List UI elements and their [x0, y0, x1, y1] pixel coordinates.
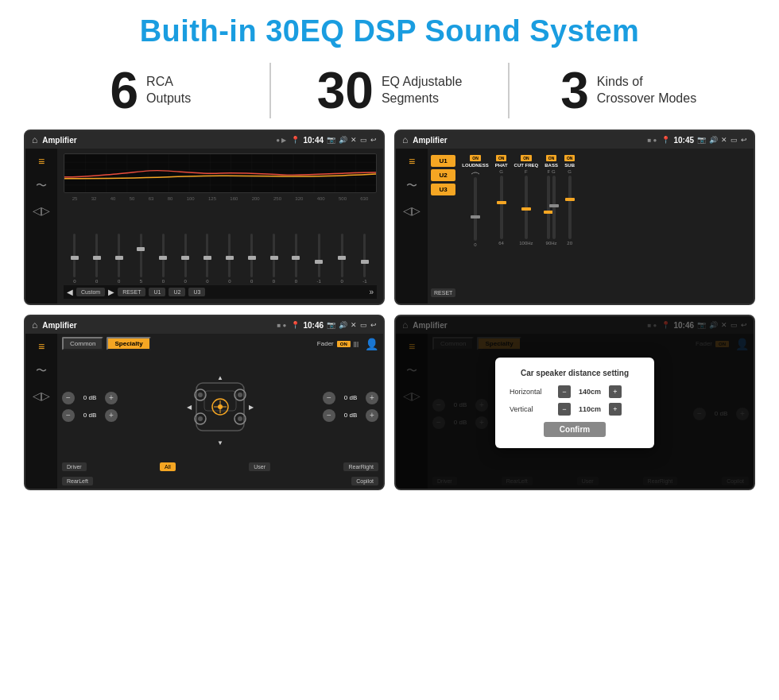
- bass-on[interactable]: ON: [546, 155, 557, 161]
- rearright-btn-3[interactable]: RearRight: [343, 462, 378, 471]
- phat-thumb[interactable]: [497, 201, 506, 204]
- phat-on[interactable]: ON: [496, 155, 507, 161]
- close-icon-2[interactable]: ✕: [721, 136, 727, 144]
- loudness-on[interactable]: ON: [470, 155, 481, 161]
- close-icon-1[interactable]: ✕: [351, 136, 357, 144]
- preset-u3[interactable]: U3: [431, 184, 455, 195]
- slider-track-1[interactable]: [95, 234, 98, 277]
- wave-icon-1[interactable]: 〜: [36, 179, 47, 193]
- slider-track-2[interactable]: [118, 234, 120, 277]
- reset-btn-2[interactable]: RESET: [431, 288, 455, 297]
- horizontal-minus[interactable]: −: [558, 385, 571, 398]
- vol-fl-minus[interactable]: −: [62, 392, 75, 404]
- speaker-icon-1[interactable]: ◁▷: [33, 204, 50, 217]
- sub-thumb[interactable]: [565, 198, 575, 201]
- copilot-btn-3[interactable]: Copilot: [351, 477, 378, 485]
- home-icon-2[interactable]: ⌂: [402, 134, 408, 145]
- vol-rr-plus[interactable]: +: [366, 409, 378, 422]
- driver-btn-3[interactable]: Driver: [62, 462, 87, 471]
- custom-btn[interactable]: Custom: [76, 288, 105, 296]
- vertical-plus[interactable]: +: [609, 403, 622, 416]
- window-icon-1[interactable]: ▭: [360, 136, 367, 144]
- preset-u2[interactable]: U2: [431, 169, 455, 181]
- cutfreq-slider[interactable]: [525, 176, 528, 239]
- loudness-slider[interactable]: [474, 177, 477, 241]
- cutfreq-on[interactable]: ON: [521, 155, 532, 161]
- person-icon[interactable]: 👤: [365, 338, 378, 350]
- vol-rr-minus[interactable]: −: [323, 409, 335, 422]
- slider-thumb-3[interactable]: [137, 247, 145, 251]
- slider-thumb-12[interactable]: [338, 256, 346, 260]
- next-arrow[interactable]: ▶: [108, 288, 114, 296]
- reset-btn-1[interactable]: RESET: [118, 288, 145, 296]
- slider-thumb-1[interactable]: [93, 256, 101, 260]
- slider-thumb-7[interactable]: [226, 256, 234, 260]
- slider-thumb-8[interactable]: [248, 256, 256, 260]
- eq-icon-1[interactable]: ≡: [38, 155, 45, 168]
- slider-track-13[interactable]: [363, 234, 366, 277]
- preset-u1[interactable]: U1: [431, 155, 455, 167]
- slider-track-8[interactable]: [250, 234, 253, 277]
- speaker-icon-3[interactable]: ◁▷: [33, 389, 50, 402]
- wave-icon-2[interactable]: 〜: [406, 179, 417, 193]
- slider-track-4[interactable]: [162, 234, 165, 277]
- slider-thumb-5[interactable]: [181, 256, 189, 260]
- back-icon-2[interactable]: ↩: [741, 136, 747, 144]
- window-icon-3[interactable]: ▭: [360, 321, 367, 329]
- slider-track-10[interactable]: [295, 234, 297, 277]
- all-btn-3[interactable]: All: [160, 462, 176, 471]
- vol-fl-plus[interactable]: +: [105, 392, 118, 404]
- slider-track-9[interactable]: [273, 234, 275, 277]
- back-icon-1[interactable]: ↩: [370, 136, 377, 144]
- close-icon-3[interactable]: ✕: [351, 321, 357, 329]
- slider-thumb-11[interactable]: [315, 260, 323, 264]
- slider-thumb-6[interactable]: [203, 256, 211, 260]
- horizontal-plus[interactable]: +: [609, 385, 622, 398]
- slider-track-11[interactable]: [318, 234, 320, 277]
- slider-track-0[interactable]: [73, 234, 76, 277]
- vol-fr-minus[interactable]: −: [323, 392, 335, 404]
- sub-on[interactable]: ON: [564, 155, 576, 161]
- loudness-thumb[interactable]: [471, 215, 480, 219]
- slider-track-12[interactable]: [341, 234, 343, 277]
- speaker-icon-2[interactable]: ◁▷: [403, 204, 421, 217]
- fader-on[interactable]: ON: [337, 341, 351, 347]
- prev-arrow[interactable]: ◀: [67, 288, 73, 296]
- rearleft-btn-3[interactable]: RearLeft: [62, 477, 93, 485]
- specialty-tab-3[interactable]: Specialty: [107, 337, 150, 350]
- cutfreq-thumb[interactable]: [521, 207, 531, 211]
- slider-thumb-10[interactable]: [292, 256, 300, 260]
- eq-icon-2[interactable]: ≡: [409, 155, 415, 168]
- home-icon-3[interactable]: ⌂: [32, 319, 37, 331]
- bass-slider-f[interactable]: [547, 176, 550, 239]
- common-tab-3[interactable]: Common: [62, 337, 103, 350]
- phat-slider[interactable]: [500, 176, 503, 239]
- u3-btn-1[interactable]: U3: [188, 288, 205, 296]
- slider-track-5[interactable]: [184, 234, 187, 277]
- home-icon-1[interactable]: ⌂: [32, 134, 37, 145]
- wave-icon-3[interactable]: 〜: [36, 364, 47, 378]
- slider-thumb-4[interactable]: [159, 256, 167, 260]
- window-icon-2[interactable]: ▭: [731, 136, 738, 144]
- slider-thumb-13[interactable]: [361, 260, 369, 264]
- vol-rl-minus[interactable]: −: [62, 409, 75, 422]
- slider-track-6[interactable]: [206, 234, 208, 277]
- bass-slider-g[interactable]: [552, 176, 556, 239]
- sub-slider[interactable]: [568, 176, 572, 239]
- slider-thumb-0[interactable]: [71, 256, 79, 260]
- bass-thumb-g[interactable]: [549, 204, 559, 207]
- vol-rl-plus[interactable]: +: [105, 409, 118, 422]
- vol-fr-plus[interactable]: +: [366, 392, 378, 404]
- back-icon-3[interactable]: ↩: [370, 321, 377, 329]
- u1-btn-1[interactable]: U1: [149, 288, 165, 296]
- more-icon[interactable]: »: [369, 288, 374, 296]
- eq-icon-3[interactable]: ≡: [38, 340, 45, 353]
- u2-btn-1[interactable]: U2: [169, 288, 185, 296]
- slider-thumb-9[interactable]: [270, 256, 278, 260]
- user-btn-3[interactable]: User: [249, 462, 270, 471]
- slider-track-3[interactable]: [140, 234, 142, 277]
- slider-track-7[interactable]: [228, 234, 231, 277]
- vertical-minus[interactable]: −: [558, 403, 571, 416]
- slider-thumb-2[interactable]: [115, 256, 123, 260]
- confirm-button[interactable]: Confirm: [544, 422, 606, 437]
